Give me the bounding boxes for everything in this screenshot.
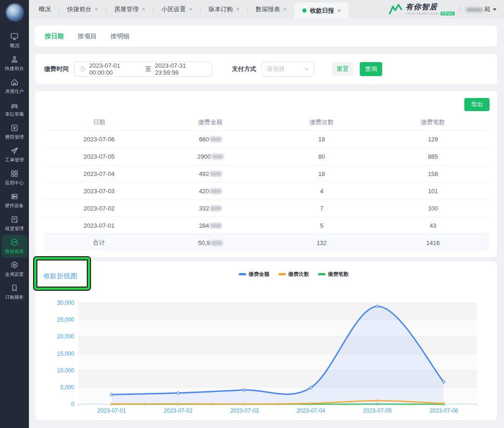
redacted-amount-blur [212,154,224,159]
main-content: 按日期按项目按明细 缴费时间 2023-07-01 00:00:00 至 202… [29,19,504,428]
daily-collection-table: 日期缴费金额缴费次数缴费笔数2023-07-06660181292023-07-… [43,114,489,251]
sidebar-item-lease-doc[interactable]: 租赁管理 [1,212,28,235]
tab-概况[interactable]: 概况 [31,0,59,19]
tab-label: 小区设置 [161,5,186,14]
legend-label: 缴费笔数 [328,271,349,278]
redacted-amount-blur [211,240,223,246]
date-range-input[interactable]: 2023-07-01 00:00:00 至 2023-07-31 23:59:5… [74,62,212,77]
fee-ticket-icon [10,123,19,133]
cell-amount: 492 [155,170,266,177]
close-icon[interactable]: × [142,7,145,12]
sidebar: 概况快捷前台房屋住户车位车辆费用管理工单管理应用中心硬件设备租赁管理数据报表全局… [0,0,29,428]
cell-amount: 284 [155,222,266,229]
sidebar-item-label: 房屋住户 [5,88,24,94]
tab-房屋管理[interactable]: 房屋管理× [106,0,153,19]
table-row: 2023-07-034204101 [43,182,489,199]
legend-item-缴费次数[interactable]: 缴费次数 [279,271,309,278]
export-button[interactable]: 导出 [464,98,490,111]
redacted-amount-blur [210,206,222,211]
amount-value: 332 [199,205,209,212]
amount-value: 284 [199,222,209,229]
redacted-amount-blur [210,189,222,194]
daily-collection-table-card: 导出 日期缴费金额缴费次数缴费笔数2023-07-06660181292023-… [35,91,497,257]
svg-text:15,000: 15,000 [57,351,74,357]
close-icon[interactable]: × [283,7,287,12]
chart-title: 收款折线图 [43,272,77,281]
cell-date: 2023-07-04 [43,170,155,177]
close-icon[interactable]: × [95,7,98,12]
pay-time-label: 缴费时间 [44,65,69,73]
column-header: 缴费金额 [155,118,266,126]
pay-method-placeholder: 请选择 [266,65,285,73]
community-selector[interactable]: ■■■■■ 苑 [466,5,497,14]
sidebar-item-fee-ticket[interactable]: 费用管理 [1,120,28,143]
close-icon[interactable]: × [337,8,341,14]
close-icon[interactable]: × [189,7,192,12]
sidebar-item-label: 数据报表 [5,248,24,254]
topbar: 概况快捷前台×房屋管理×小区设置×版本订购×数据报表×收款日报× 有你智居 YO… [29,0,504,19]
svg-text:25,000: 25,000 [57,316,74,323]
svg-text:2023-07-02: 2023-07-02 [164,407,193,414]
settings-icon [10,260,19,270]
sidebar-item-paper-plane[interactable]: 工单管理 [1,143,28,166]
pay-method-select[interactable]: 请选择 [262,62,314,77]
column-header: 缴费笔数 [378,118,489,126]
legend-marker [318,273,326,275]
chevron-down-icon [304,66,309,72]
date-range-end: 2023-07-31 23:59:59 [155,62,207,76]
pay-method-label: 支付方式 [232,65,256,73]
amount-value: 420 [199,188,209,195]
tab-数据报表[interactable]: 数据报表× [248,0,294,19]
sidebar-item-label: 订购服务 [5,294,24,300]
table-header-row: 日期缴费金额缴费次数缴费笔数 [43,114,489,130]
reset-button[interactable]: 重置 [332,62,353,76]
subtab-按日期[interactable]: 按日期 [45,32,64,41]
monitor-icon [10,32,19,41]
chevron-down-icon [493,8,497,11]
cell-count: 7 [266,205,378,212]
sidebar-item-label: 快捷前台 [5,65,24,71]
cell-count: 5 [266,222,378,229]
tab-小区设置[interactable]: 小区设置× [154,0,200,19]
table-row: 2023-07-05290080885 [43,147,489,165]
cell-total-count: 132 [266,239,378,246]
close-icon[interactable]: × [236,7,239,12]
sidebar-item-server[interactable]: 硬件设备 [1,189,28,212]
subtab-按明细[interactable]: 按明细 [111,32,130,41]
svg-text:2023-07-06: 2023-07-06 [429,407,458,414]
redacted-amount-blur [210,223,222,228]
filter-bar: 缴费时间 2023-07-01 00:00:00 至 2023-07-31 23… [35,54,497,84]
sidebar-item-front-desk[interactable]: 快捷前台 [1,52,28,75]
legend-item-缴费笔数[interactable]: 缴费笔数 [318,271,349,278]
sidebar-item-bookmark[interactable]: 订购服务 [1,281,28,303]
tab-版本订购[interactable]: 版本订购× [201,0,247,19]
query-button[interactable]: 查询 [360,62,382,76]
cell-count: 4 [266,188,378,195]
house-icon [10,77,19,87]
tab-label: 概况 [39,5,51,14]
tab-收款日报[interactable]: 收款日报× [294,2,349,19]
sidebar-item-settings[interactable]: 全局设置 [1,258,28,281]
column-header: 缴费次数 [266,118,378,126]
paper-plane-icon [10,146,19,155]
cell-bills: 158 [378,170,489,177]
company-logo [6,4,24,21]
table-row: 2023-07-0449218158 [43,165,489,182]
sidebar-item-monitor[interactable]: 概况 [1,29,28,52]
subtab-按项目[interactable]: 按项目 [78,32,97,41]
chart-legend: 缴费金额缴费次数缴费笔数 [239,271,349,278]
open-tabs: 概况快捷前台×房屋管理×小区设置×版本订购×数据报表×收款日报× [29,0,389,19]
sidebar-item-house[interactable]: 房屋住户 [1,75,28,98]
legend-marker [279,273,286,275]
brand-name: 有你智居 [406,3,455,11]
community-name-redacted: ■■■■■ [466,6,482,13]
tab-label: 快捷前台 [67,5,91,14]
brand-badge: 智慧物业 [441,12,455,15]
tab-快捷前台[interactable]: 快捷前台× [59,0,106,19]
sidebar-item-car[interactable]: 车位车辆 [1,98,28,120]
sidebar-item-apps-grid[interactable]: 应用中心 [1,166,28,189]
cell-date: 2023-07-03 [43,188,155,195]
sidebar-item-report-chart[interactable]: 数据报表 [1,235,28,258]
legend-item-缴费金额[interactable]: 缴费金额 [239,271,269,278]
tab-label: 收款日报 [310,7,334,15]
